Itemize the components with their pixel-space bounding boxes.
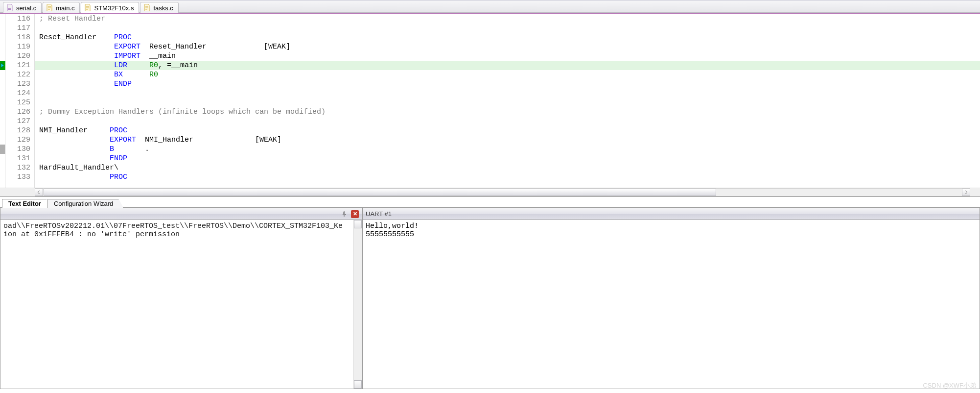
scroll-down-button[interactable]	[354, 380, 362, 389]
uart-line: Hello,world!	[366, 222, 419, 230]
code-token: ENDP	[114, 80, 132, 88]
code-line[interactable]	[35, 89, 980, 98]
code-line[interactable]: BX R0	[35, 70, 980, 79]
output-panel: ✕ oad\\FreeRTOSv202212.01\\07FreeRTOS_te…	[0, 208, 362, 389]
editor-mode-tab[interactable]: Text Editor	[2, 199, 51, 208]
code-token: ]	[286, 43, 290, 51]
uart-panel-title-bar: UART #1	[363, 208, 980, 220]
line-number: 126	[5, 107, 30, 117]
file-tab[interactable]: tasks.c	[140, 2, 178, 13]
line-number: 131	[5, 154, 30, 163]
code-editor[interactable]: 1161171181191201211221231241251261271281…	[0, 14, 980, 188]
code-token: EXPORT	[114, 43, 140, 51]
code-line[interactable]: EXPORT Reset_Handler [WEAK]	[35, 42, 980, 51]
code-token: R0	[149, 71, 158, 79]
uart-panel-body[interactable]: Hello,world! 55555555555	[363, 220, 980, 389]
line-number: 127	[5, 117, 30, 126]
file-tab-label: serial.c	[16, 4, 36, 12]
code-area[interactable]: ; Reset Handler Reset_Handler PROC EXPOR…	[35, 14, 980, 188]
code-token	[35, 71, 114, 79]
file-tab[interactable]: main.c	[43, 2, 80, 13]
code-token	[35, 117, 39, 125]
code-line[interactable]: ENDP	[35, 154, 980, 163]
editor-mode-tab-label: Configuration Wizard	[54, 200, 113, 207]
code-token: ENDP	[110, 154, 127, 163]
code-token	[35, 52, 114, 60]
line-number: 118	[5, 33, 30, 42]
file-tab[interactable]: STM32F10x.s	[81, 2, 139, 13]
uart-line: 55555555555	[366, 230, 414, 239]
scroll-left-button[interactable]	[35, 189, 43, 196]
code-token: R0	[149, 61, 158, 70]
marker	[0, 145, 5, 154]
scroll-thumb[interactable]	[44, 189, 716, 196]
code-token: Reset_Handler [	[140, 43, 268, 51]
bottom-panels: ✕ oad\\FreeRTOSv202212.01\\07FreeRTOS_te…	[0, 208, 980, 389]
chevron-right-icon	[964, 191, 968, 194]
code-line[interactable]: NMI_Handler PROC	[35, 126, 980, 135]
code-token: NMI_Handler	[35, 126, 110, 135]
code-token: WEAK	[259, 136, 277, 144]
code-token: PROC	[110, 173, 127, 181]
code-token	[35, 173, 110, 181]
horizontal-scrollbar[interactable]	[0, 188, 980, 196]
code-line[interactable]: EXPORT NMI_Handler [WEAK]	[35, 135, 980, 145]
code-token	[35, 154, 110, 163]
line-number: 122	[5, 70, 30, 79]
code-token	[35, 89, 39, 98]
code-token: ; Dummy Exception Handlers (infinite loo…	[35, 108, 326, 116]
line-number: 123	[5, 79, 30, 89]
code-line[interactable]: ; Reset Handler	[35, 14, 980, 24]
code-token: PROC	[114, 33, 132, 42]
code-token: PROC	[110, 126, 127, 135]
output-line: oad\\FreeRTOSv202212.01\\07FreeRTOS_test…	[3, 222, 343, 230]
scroll-right-button[interactable]	[962, 189, 970, 196]
line-number: 117	[5, 24, 30, 33]
editor-wrap: 1161171181191201211221231241251261271281…	[0, 13, 980, 197]
line-number: 133	[5, 172, 30, 182]
code-token	[35, 24, 39, 32]
code-line[interactable]: LDR R0, =__main	[35, 61, 980, 70]
line-number: 132	[5, 163, 30, 172]
editor-mode-tab-label: Text Editor	[8, 200, 41, 207]
code-token	[35, 80, 114, 88]
file-tab-label: STM32F10x.s	[94, 4, 134, 12]
vertical-scrollbar[interactable]	[353, 220, 362, 389]
close-panel-button[interactable]: ✕	[351, 210, 359, 218]
line-number: 119	[5, 42, 30, 51]
code-line[interactable]: Reset_Handler PROC	[35, 33, 980, 42]
pin-icon[interactable]	[340, 210, 348, 218]
svg-rect-0	[8, 8, 11, 10]
editor-mode-tab[interactable]: Configuration Wizard	[47, 199, 123, 208]
code-line[interactable]: ; Dummy Exception Handlers (infinite loo…	[35, 107, 980, 117]
code-line[interactable]	[35, 24, 980, 33]
code-token: Reset_Handler	[35, 33, 114, 42]
line-number: 124	[5, 89, 30, 98]
code-token	[35, 61, 114, 70]
code-token: HardFault_Handler\	[35, 164, 118, 172]
line-number: 129	[5, 135, 30, 145]
output-panel-title-bar: ✕	[0, 208, 362, 220]
line-number: 120	[5, 51, 30, 61]
code-line[interactable]	[35, 117, 980, 126]
code-token: ]	[277, 136, 281, 144]
code-token	[127, 61, 149, 70]
scroll-up-button[interactable]	[354, 220, 362, 228]
code-line[interactable]: PROC	[35, 172, 980, 182]
code-line[interactable]: IMPORT __main	[35, 51, 980, 61]
code-token	[35, 136, 110, 144]
marker-column	[0, 14, 5, 188]
code-token	[123, 71, 149, 79]
code-token: __main	[140, 52, 176, 60]
code-line[interactable]: ENDP	[35, 79, 980, 89]
code-token: IMPORT	[114, 52, 140, 60]
code-line[interactable]: B .	[35, 145, 980, 154]
line-number: 116	[5, 14, 30, 24]
code-line[interactable]: HardFault_Handler\	[35, 163, 980, 172]
output-panel-body[interactable]: oad\\FreeRTOSv202212.01\\07FreeRTOS_test…	[0, 220, 362, 389]
line-number: 130	[5, 145, 30, 154]
file-tab[interactable]: serial.c	[3, 2, 42, 13]
code-line[interactable]	[35, 98, 980, 107]
file-tab-bar: serial.cmain.cSTM32F10x.stasks.c	[0, 0, 980, 13]
code-token: , =__main	[158, 61, 198, 70]
